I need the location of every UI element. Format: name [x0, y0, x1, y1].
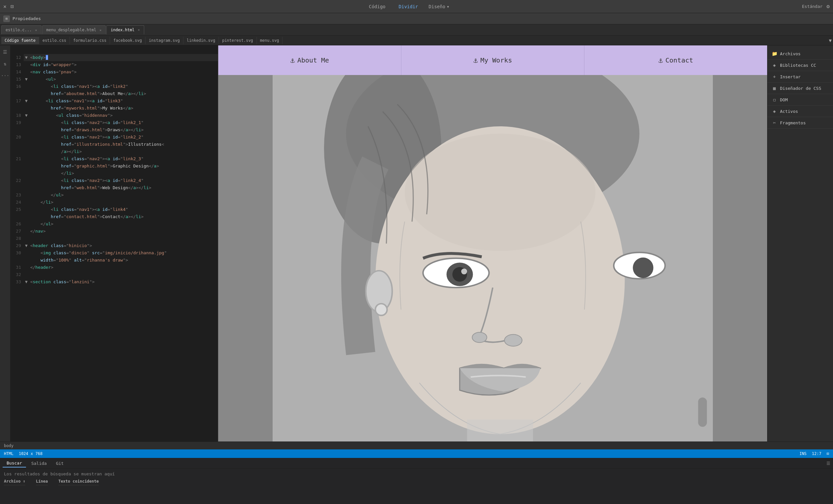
anchor-icon-about: ⚓: [290, 56, 295, 65]
panel-cc-libraries[interactable]: ◈ Bibliotecas CC: [767, 59, 833, 71]
filetab-estilo[interactable]: estilo.css: [39, 37, 70, 44]
topbar-left: ✕ ⊡: [3, 3, 14, 9]
face-drawing: [218, 75, 767, 442]
line-18: ▼ <ul class="hiddennav">: [24, 112, 218, 119]
about-me-label: About Me: [297, 56, 329, 64]
line-28: [24, 235, 218, 242]
nav-diseno[interactable]: Diseño ▾: [429, 4, 449, 9]
line-20c: /a></li>: [24, 148, 218, 155]
filetab-formulario[interactable]: formulario.css: [70, 37, 110, 44]
line-23: </ul>: [24, 192, 218, 199]
prop-label: Propiedades: [13, 16, 41, 21]
tab-estilo[interactable]: estilo.c... ✕: [1, 25, 42, 34]
tab-output[interactable]: Salida: [27, 460, 51, 467]
tab-index[interactable]: index.html ✕: [106, 25, 144, 34]
nav-my-works[interactable]: ⚓ My Works: [401, 45, 585, 75]
status-screenshot-icon[interactable]: ⊡: [827, 451, 829, 456]
nav-about-me[interactable]: ⚓ About Me: [218, 45, 401, 75]
nav-contact[interactable]: ⚓ Contact: [585, 45, 767, 75]
right-sidebar: 📁 Archivos ◈ Bibliotecas CC + Insertar ▦…: [767, 45, 833, 442]
assets-label: Activos: [780, 109, 798, 114]
line-20a: <li class="nav2"><a id="link2_2": [24, 133, 218, 141]
filetab-pinterest[interactable]: pinterest.svg: [219, 37, 257, 44]
status-language[interactable]: HTML: [4, 451, 14, 456]
line-16b: href="aboutme.html">About Me</a></li>: [24, 90, 218, 97]
panel-css-designer[interactable]: ▦ Diseñador de CSS: [767, 82, 833, 94]
preview-nav: ⚓ About Me ⚓ My Works ⚓ Contact: [218, 45, 767, 75]
files-icon: 📁: [771, 51, 777, 57]
line-11: [24, 47, 218, 54]
code-text[interactable]: ▼ <body>| <div id="wrapper"> <nav class=…: [24, 45, 218, 442]
body-tag[interactable]: body: [4, 444, 14, 448]
line-21b: href="graphic.html">Graphic Design</a>: [24, 162, 218, 170]
status-mode[interactable]: INS: [800, 451, 807, 456]
sidebar-arrow-icon[interactable]: ⇅: [1, 60, 9, 68]
chevron-down-icon: ▾: [447, 4, 449, 9]
col-archivo: Archivo ↑: [4, 479, 25, 485]
insert-icon: +: [771, 74, 777, 80]
bottom-columns: Archivo ↑ Línea Texto coincidente: [4, 476, 829, 485]
tab-git[interactable]: Git: [52, 460, 68, 467]
sidebar-dots-icon[interactable]: ···: [1, 72, 9, 80]
gear-icon[interactable]: ⚙: [827, 3, 830, 9]
panel-menu-icon[interactable]: ☰: [827, 461, 830, 466]
panel-dom[interactable]: ◻ DOM: [767, 94, 833, 106]
line-22b: href="web.html">Web Design</a></li>: [24, 184, 218, 192]
preview-image: [218, 75, 767, 442]
panel-assets[interactable]: ◈ Activos: [767, 106, 833, 117]
code-editor[interactable]: 12 13 14 15 16 17 18 19 20 21 22 23 24 2…: [10, 45, 218, 442]
line-numbers: 12 13 14 15 16 17 18 19 20 21 22 23 24 2…: [10, 45, 24, 285]
sidebar-file-icon[interactable]: ☰: [1, 48, 9, 56]
topbar-nav: Código Dividir Diseño ▾: [366, 3, 449, 10]
svg-point-12: [504, 334, 522, 347]
filetab-instagram[interactable]: instagram.svg: [145, 37, 183, 44]
nav-dividir[interactable]: Dividir: [396, 3, 421, 10]
status-dimensions[interactable]: 1024 x 768: [19, 451, 43, 456]
line-13: <div id="wrapper">: [24, 61, 218, 69]
tab-search[interactable]: Buscar: [3, 459, 26, 468]
tab-close-index[interactable]: ✕: [138, 28, 140, 31]
bottom-tabs: Buscar Salida Git ☰: [0, 458, 833, 469]
anchor-icon-works: ⚓: [473, 56, 478, 65]
svg-point-11: [633, 258, 653, 278]
preview-panel: ⚓ About Me ⚓ My Works ⚓ Contact: [218, 45, 767, 442]
snippets-label: Fragmentos: [780, 120, 806, 125]
topbar: ✕ ⊡ Código Dividir Diseño ▾ Estándar ⚙: [0, 0, 833, 13]
expand-icon: ⊡: [10, 3, 14, 9]
status-position[interactable]: 12:7: [812, 451, 822, 456]
line-30b: width="100%" alt="rihanna's draw">: [24, 257, 218, 264]
statusbar: HTML 1024 x 768 INS 12:7 ⊡: [0, 449, 833, 458]
panel-files[interactable]: 📁 Archivos: [767, 48, 833, 59]
tab-close-menu[interactable]: ✕: [99, 28, 101, 32]
filetab-linkedin[interactable]: linkedin.svg: [183, 37, 219, 44]
body-indicator: body: [0, 442, 833, 449]
line-12: ▼ <body>|: [24, 54, 218, 61]
panel-insert[interactable]: + Insertar: [767, 71, 833, 82]
my-works-label: My Works: [480, 56, 512, 64]
line-33: ▼ <section class="lanzini">: [24, 278, 218, 285]
panel-snippets[interactable]: ✂ Fragmentos: [767, 117, 833, 129]
dom-icon: ◻: [771, 97, 777, 103]
main-content: ☰ ⇅ ··· 12 13 14 15 16 17 18 19 20 21 22…: [0, 45, 833, 442]
filter-icon[interactable]: ▼: [829, 38, 832, 43]
col-texto: Texto coincidente: [58, 479, 99, 485]
tab-close-estilo[interactable]: ✕: [35, 28, 37, 32]
insert-label: Insertar: [780, 74, 801, 79]
svg-rect-16: [467, 420, 533, 442]
svg-point-9: [461, 269, 467, 274]
tab-menu-desplegable[interactable]: menu_desplegable.html ✕: [42, 25, 106, 34]
files-label: Archivos: [780, 51, 801, 56]
svg-point-5: [405, 133, 595, 251]
filetab-source[interactable]: Código fuente: [1, 37, 39, 44]
prop-icon: ⊞: [3, 16, 10, 22]
filetab-facebook[interactable]: facebook.svg: [110, 37, 145, 44]
line-29: ▼ <header class="hinicio">: [24, 242, 218, 249]
line-14: <nav class="pnav">: [24, 69, 218, 76]
snippets-icon: ✂: [771, 120, 777, 126]
nav-codigo[interactable]: Código: [366, 3, 388, 10]
line-27: </nav>: [24, 228, 218, 235]
filetab-menu[interactable]: menu.svg: [257, 37, 283, 44]
line-31: </header>: [24, 264, 218, 271]
bottom-panel: Buscar Salida Git ☰ Los resultados de bú…: [0, 458, 833, 504]
bottom-content: Los resultados de búsqueda se muestran a…: [0, 469, 833, 504]
